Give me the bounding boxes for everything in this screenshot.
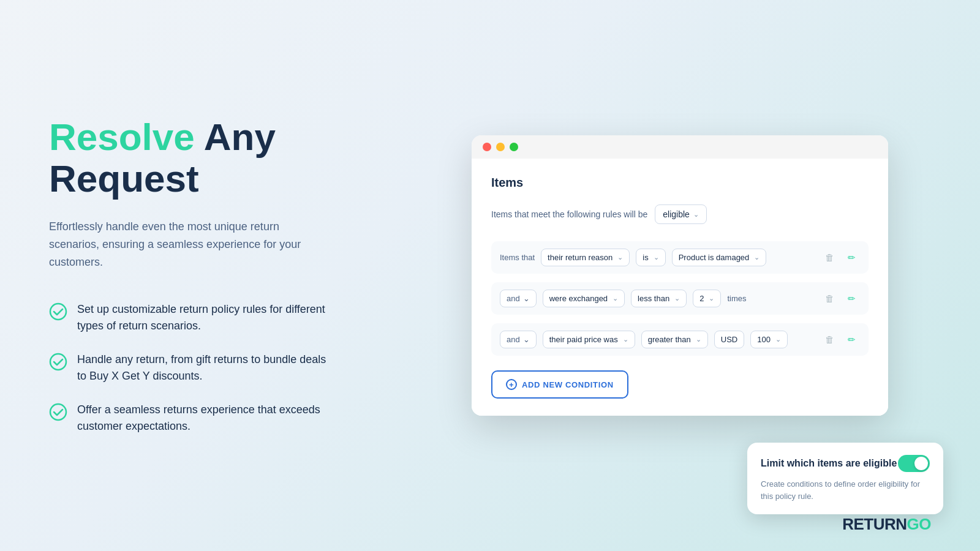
field-select-2[interactable]: were exchanged ⌄: [543, 290, 625, 307]
main-heading: Resolve AnyRequest: [49, 116, 331, 200]
chevron-down-icon: ⌄: [523, 335, 530, 344]
browser-content: Items Items that meet the following rule…: [472, 159, 888, 416]
action-icons-2: 🗑 ✏: [821, 290, 860, 307]
eligibility-row: Items that meet the following rules will…: [491, 204, 869, 224]
svg-point-2: [50, 404, 66, 420]
conditions-container: Items that their return reason ⌄ is ⌄ Pr…: [491, 241, 869, 356]
plus-circle-icon: +: [506, 379, 517, 390]
feature-text-3: Offer a seamless returns experience that…: [77, 402, 331, 435]
action-icons-3: 🗑 ✏: [821, 331, 860, 348]
feature-item-1: Set up customizable return policy rules …: [49, 301, 331, 334]
dot-red: [483, 143, 491, 151]
feature-list: Set up customizable return policy rules …: [49, 301, 331, 435]
operator-select-2[interactable]: less than ⌄: [631, 290, 687, 307]
add-condition-button[interactable]: + ADD NEW CONDITION: [491, 370, 628, 399]
delete-icon-3[interactable]: 🗑: [821, 331, 838, 348]
eligibility-label: Items that meet the following rules will…: [491, 209, 647, 219]
toggle-knob: [914, 457, 928, 470]
value-select-2[interactable]: 2 ⌄: [693, 290, 721, 307]
operator-select-1[interactable]: is ⌄: [636, 249, 665, 266]
chevron-down-icon: ⌄: [696, 335, 701, 343]
chevron-down-icon: ⌄: [693, 211, 699, 219]
and-select-3[interactable]: and ⌄: [500, 331, 537, 348]
edit-icon-2[interactable]: ✏: [843, 290, 860, 307]
and-select-2[interactable]: and ⌄: [500, 290, 537, 307]
condition-prefix-1: Items that: [500, 253, 535, 262]
heading-highlight: Resolve: [49, 116, 195, 158]
dot-green: [510, 143, 518, 151]
delete-icon-2[interactable]: 🗑: [821, 290, 838, 307]
feature-text-2: Handle any return, from gift returns to …: [77, 351, 331, 384]
chevron-down-icon: ⌄: [612, 294, 618, 302]
right-panel: Items Items that meet the following rule…: [380, 0, 980, 551]
chevron-down-icon: ⌄: [674, 294, 680, 302]
returngo-logo: RETURNGO: [842, 515, 931, 534]
tooltip-title: Limit which items are eligible: [761, 458, 897, 469]
field-select-1[interactable]: their return reason ⌄: [541, 249, 630, 266]
subtext: Effortlessly handle even the most unique…: [49, 218, 331, 271]
currency-select-3[interactable]: USD: [714, 331, 744, 348]
value-select-3[interactable]: 100 ⌄: [750, 331, 788, 348]
value-select-1[interactable]: Product is damaged ⌄: [672, 249, 767, 266]
tooltip-description: Create conditions to define order eligib…: [761, 478, 930, 502]
chevron-down-icon: ⌄: [623, 335, 628, 343]
edit-icon-1[interactable]: ✏: [843, 249, 860, 266]
svg-point-0: [50, 304, 66, 320]
feature-item-3: Offer a seamless returns experience that…: [49, 402, 331, 435]
browser-bar: [472, 135, 888, 159]
chevron-down-icon: ⌄: [754, 253, 760, 261]
left-panel: Resolve AnyRequest Effortlessly handle e…: [0, 80, 380, 472]
condition-row-1: Items that their return reason ⌄ is ⌄ Pr…: [491, 241, 869, 274]
tooltip-header: Limit which items are eligible: [761, 455, 930, 472]
section-title: Items: [491, 176, 869, 190]
condition-row-3: and ⌄ their paid price was ⌄ greater tha…: [491, 323, 869, 356]
field-select-3[interactable]: their paid price was ⌄: [543, 331, 635, 348]
tooltip-card: Limit which items are eligible Create co…: [747, 443, 943, 514]
operator-select-3[interactable]: greater than ⌄: [641, 331, 708, 348]
eligible-select[interactable]: eligible ⌄: [655, 204, 707, 224]
chevron-down-icon: ⌄: [709, 294, 714, 302]
dot-yellow: [496, 143, 505, 151]
check-icon-1: [49, 302, 67, 321]
logo-text-dark: RETURN: [842, 515, 907, 533]
chevron-down-icon: ⌄: [617, 253, 623, 261]
delete-icon-1[interactable]: 🗑: [821, 249, 838, 266]
edit-icon-3[interactable]: ✏: [843, 331, 860, 348]
chevron-down-icon: ⌄: [523, 294, 530, 303]
toggle-switch[interactable]: [898, 455, 930, 472]
check-icon-3: [49, 403, 67, 421]
action-icons-1: 🗑 ✏: [821, 249, 860, 266]
svg-point-1: [50, 354, 66, 370]
condition-row-2: and ⌄ were exchanged ⌄ less than ⌄ 2 ⌄: [491, 282, 869, 315]
feature-text-1: Set up customizable return policy rules …: [77, 301, 331, 334]
chevron-down-icon: ⌄: [775, 335, 781, 343]
check-icon-2: [49, 353, 67, 371]
times-label: times: [727, 294, 746, 303]
logo-text-green: GO: [907, 515, 931, 533]
chevron-down-icon: ⌄: [654, 253, 659, 261]
feature-item-2: Handle any return, from gift returns to …: [49, 351, 331, 384]
browser-window: Items Items that meet the following rule…: [472, 135, 888, 416]
